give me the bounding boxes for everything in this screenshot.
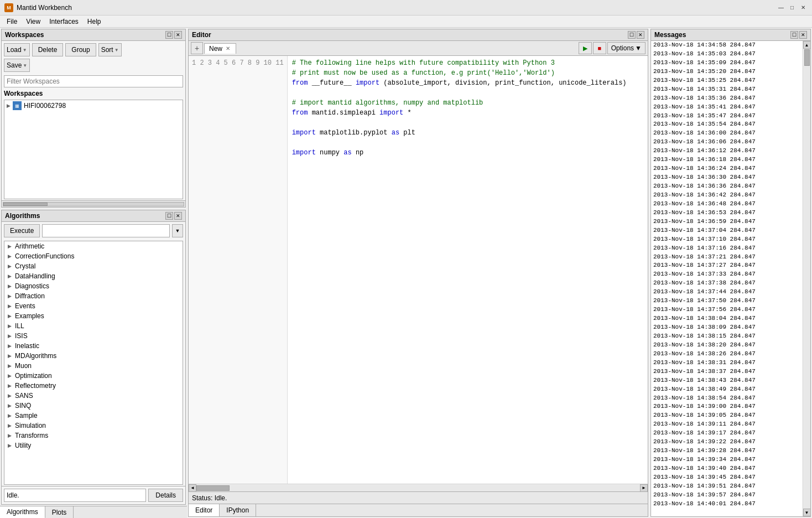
algo-item[interactable]: ▶CorrectionFunctions	[4, 251, 183, 261]
message-row: 2013-Nov-18 14:39:40 284.847	[651, 464, 803, 473]
add-tab-button[interactable]: +	[191, 42, 203, 54]
workspaces-restore-button[interactable]: ☐	[165, 31, 173, 39]
ws-hscroll-thumb[interactable]	[3, 203, 48, 206]
code-hscroll-left[interactable]: ◄	[189, 484, 196, 492]
expand-icon: ▶	[8, 423, 12, 428]
menu-view[interactable]: View	[22, 17, 45, 27]
tab-plots[interactable]: Plots	[45, 506, 74, 518]
group-button[interactable]: Group	[65, 43, 96, 56]
algo-search-input[interactable]	[42, 224, 170, 237]
algo-item[interactable]: ▶Diffraction	[4, 291, 183, 301]
message-row: 2013-Nov-18 14:37:33 284.847	[651, 270, 803, 279]
editor-bottom-tabs: Editor IPython	[189, 504, 648, 516]
algo-item[interactable]: ▶ISIS	[4, 331, 183, 341]
menu-interfaces[interactable]: Interfaces	[45, 17, 83, 27]
algo-item[interactable]: ▶SINQ	[4, 401, 183, 411]
messages-vscroll: ▲ ▼	[803, 41, 810, 516]
algo-item[interactable]: ▶Crystal	[4, 261, 183, 271]
messages-vscroll-thumb[interactable]	[804, 49, 810, 66]
algo-item[interactable]: ▶Events	[4, 301, 183, 311]
algo-item[interactable]: ▶Sample	[4, 411, 183, 421]
algo-item[interactable]: ▶Optimization	[4, 371, 183, 381]
algo-item[interactable]: ▶Transforms	[4, 431, 183, 441]
options-button[interactable]: Options ▼	[607, 42, 646, 54]
editor-tab-editor[interactable]: Editor	[189, 504, 220, 516]
close-button[interactable]: ✕	[799, 4, 808, 12]
algo-item[interactable]: ▶Arithmetic	[4, 241, 183, 251]
code-content[interactable]: # The following line helps with future c…	[288, 56, 648, 484]
editor-tab-ipython[interactable]: IPython	[220, 504, 256, 516]
expand-icon: ▶	[8, 323, 12, 329]
message-row: 2013-Nov-18 14:38:43 284.847	[651, 376, 803, 385]
expand-icon: ▶	[8, 303, 12, 309]
maximize-button[interactable]: □	[788, 4, 797, 12]
code-hscroll-track[interactable]	[196, 485, 640, 491]
message-row: 2013-Nov-18 14:35:31 284.847	[651, 85, 803, 94]
message-row: 2013-Nov-18 14:40:01 284.847	[651, 500, 803, 509]
message-row: 2013-Nov-18 14:37:38 284.847	[651, 279, 803, 288]
message-row: 2013-Nov-18 14:38:09 284.847	[651, 323, 803, 332]
ws-hscroll-track[interactable]	[3, 202, 184, 206]
algo-tree: ▶Arithmetic▶CorrectionFunctions▶Crystal▶…	[4, 241, 183, 485]
algo-close-button[interactable]: ✕	[174, 212, 182, 220]
expand-icon: ▶	[8, 343, 12, 349]
editor-tab-new[interactable]: New ✕	[204, 43, 236, 54]
message-row: 2013-Nov-18 14:39:00 284.847	[651, 402, 803, 411]
message-row: 2013-Nov-18 14:37:50 284.847	[651, 297, 803, 305]
load-button[interactable]: Load ▼	[4, 43, 30, 56]
workspaces-close-button[interactable]: ✕	[174, 31, 182, 39]
menu-file[interactable]: File	[2, 17, 22, 27]
details-button[interactable]: Details	[148, 489, 183, 502]
algo-item[interactable]: ▶Diagnostics	[4, 281, 183, 291]
message-row: 2013-Nov-18 14:36:12 284.847	[651, 147, 803, 156]
messages-vscroll-down[interactable]: ▼	[803, 509, 811, 516]
messages-vscroll-track[interactable]	[804, 49, 810, 509]
editor-close-button[interactable]: ✕	[637, 31, 644, 39]
workspaces-title: Workspaces	[5, 31, 44, 39]
messages-restore-button[interactable]: ☐	[790, 31, 798, 39]
expand-icon: ▶	[8, 413, 12, 418]
run-stop-button[interactable]: ■	[593, 42, 606, 54]
code-area[interactable]: 1 2 3 4 5 6 7 8 9 10 11 # The following …	[189, 56, 648, 484]
ws-hscroll	[2, 200, 185, 207]
algo-item[interactable]: ▶Utility	[4, 441, 183, 450]
algo-item[interactable]: ▶SANS	[4, 391, 183, 401]
algo-item[interactable]: ▶Muon	[4, 361, 183, 371]
algo-item[interactable]: ▶Examples	[4, 311, 183, 321]
algo-item[interactable]: ▶Inelastic	[4, 341, 183, 351]
tab-close-icon[interactable]: ✕	[225, 45, 231, 52]
code-hscroll-thumb[interactable]	[196, 485, 230, 491]
minimize-button[interactable]: —	[777, 4, 785, 12]
expand-icon: ▶	[8, 383, 12, 388]
tab-algorithms[interactable]: Algorithms	[0, 506, 45, 518]
editor-status: Status: Idle.	[189, 491, 648, 504]
ws-filter-input[interactable]	[4, 75, 183, 87]
expand-icon: ▶	[8, 263, 12, 269]
run-play-button[interactable]: ▶	[579, 42, 592, 54]
algo-search-dropdown[interactable]: ▼	[172, 224, 183, 237]
sort-dropdown-arrow: ▼	[114, 48, 119, 53]
algo-item[interactable]: ▶Simulation	[4, 421, 183, 431]
save-dropdown-arrow: ▼	[23, 63, 27, 68]
editor-restore-button[interactable]: ☐	[628, 31, 636, 39]
message-row: 2013-Nov-18 14:39:11 284.847	[651, 420, 803, 429]
messages-close-button[interactable]: ✕	[799, 31, 807, 39]
save-button[interactable]: Save ▼	[4, 59, 30, 72]
algo-item[interactable]: ▶DataHandling	[4, 271, 183, 281]
delete-button[interactable]: Delete	[32, 43, 64, 56]
algo-item[interactable]: ▶Reflectometry	[4, 381, 183, 391]
algo-item[interactable]: ▶ILL	[4, 321, 183, 331]
algo-item[interactable]: ▶MDAlgorithms	[4, 351, 183, 361]
messages-vscroll-up[interactable]: ▲	[803, 41, 811, 49]
messages-list[interactable]: 2013-Nov-18 14:34:58 284.8472013-Nov-18 …	[651, 41, 803, 516]
menu-help[interactable]: Help	[83, 17, 106, 27]
algo-restore-button[interactable]: ☐	[165, 212, 173, 220]
code-hscroll-right[interactable]: ►	[640, 484, 648, 492]
ws-item-hifi[interactable]: ▶ ▦ HIFI00062798	[4, 100, 183, 111]
algo-panel-controls: ☐ ✕	[165, 212, 182, 220]
sort-button[interactable]: Sort ▼	[98, 43, 122, 56]
message-row: 2013-Nov-18 14:37:21 284.847	[651, 253, 803, 262]
editor-panel-controls: ☐ ✕	[628, 31, 644, 39]
message-row: 2013-Nov-18 14:35:20 284.847	[651, 68, 803, 76]
execute-button[interactable]: Execute	[4, 224, 40, 237]
